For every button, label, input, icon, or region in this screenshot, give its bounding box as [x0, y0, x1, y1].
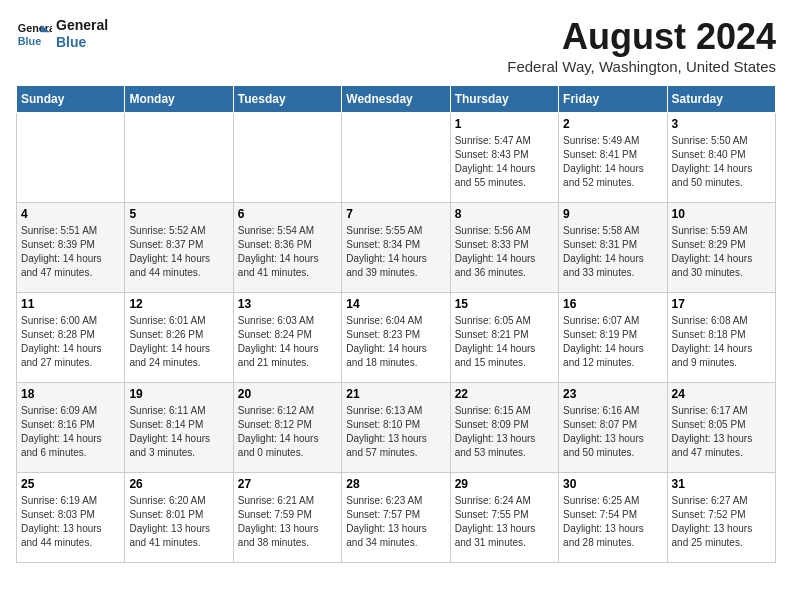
calendar-title: August 2024	[507, 16, 776, 58]
day-info: Sunrise: 6:11 AM Sunset: 8:14 PM Dayligh…	[129, 404, 228, 460]
calendar-cell: 23Sunrise: 6:16 AM Sunset: 8:07 PM Dayli…	[559, 383, 667, 473]
day-info: Sunrise: 5:58 AM Sunset: 8:31 PM Dayligh…	[563, 224, 662, 280]
calendar-cell: 22Sunrise: 6:15 AM Sunset: 8:09 PM Dayli…	[450, 383, 558, 473]
day-info: Sunrise: 6:25 AM Sunset: 7:54 PM Dayligh…	[563, 494, 662, 550]
day-number: 27	[238, 477, 337, 491]
day-info: Sunrise: 6:21 AM Sunset: 7:59 PM Dayligh…	[238, 494, 337, 550]
day-number: 6	[238, 207, 337, 221]
calendar-cell: 26Sunrise: 6:20 AM Sunset: 8:01 PM Dayli…	[125, 473, 233, 563]
logo-text-line2: Blue	[56, 34, 108, 51]
day-number: 31	[672, 477, 771, 491]
day-number: 3	[672, 117, 771, 131]
weekday-row: SundayMondayTuesdayWednesdayThursdayFrid…	[17, 86, 776, 113]
calendar-cell	[233, 113, 341, 203]
calendar-week-row: 11Sunrise: 6:00 AM Sunset: 8:28 PM Dayli…	[17, 293, 776, 383]
weekday-header: Wednesday	[342, 86, 450, 113]
calendar-cell: 16Sunrise: 6:07 AM Sunset: 8:19 PM Dayli…	[559, 293, 667, 383]
day-number: 24	[672, 387, 771, 401]
day-number: 29	[455, 477, 554, 491]
day-info: Sunrise: 6:01 AM Sunset: 8:26 PM Dayligh…	[129, 314, 228, 370]
day-number: 26	[129, 477, 228, 491]
calendar-week-row: 25Sunrise: 6:19 AM Sunset: 8:03 PM Dayli…	[17, 473, 776, 563]
day-info: Sunrise: 6:09 AM Sunset: 8:16 PM Dayligh…	[21, 404, 120, 460]
day-info: Sunrise: 6:20 AM Sunset: 8:01 PM Dayligh…	[129, 494, 228, 550]
day-info: Sunrise: 6:07 AM Sunset: 8:19 PM Dayligh…	[563, 314, 662, 370]
day-info: Sunrise: 5:55 AM Sunset: 8:34 PM Dayligh…	[346, 224, 445, 280]
day-number: 4	[21, 207, 120, 221]
calendar-cell: 4Sunrise: 5:51 AM Sunset: 8:39 PM Daylig…	[17, 203, 125, 293]
calendar-cell: 29Sunrise: 6:24 AM Sunset: 7:55 PM Dayli…	[450, 473, 558, 563]
day-info: Sunrise: 6:16 AM Sunset: 8:07 PM Dayligh…	[563, 404, 662, 460]
day-info: Sunrise: 5:49 AM Sunset: 8:41 PM Dayligh…	[563, 134, 662, 190]
calendar-cell: 5Sunrise: 5:52 AM Sunset: 8:37 PM Daylig…	[125, 203, 233, 293]
day-info: Sunrise: 5:51 AM Sunset: 8:39 PM Dayligh…	[21, 224, 120, 280]
day-number: 18	[21, 387, 120, 401]
calendar-cell	[342, 113, 450, 203]
calendar-week-row: 1Sunrise: 5:47 AM Sunset: 8:43 PM Daylig…	[17, 113, 776, 203]
weekday-header: Tuesday	[233, 86, 341, 113]
calendar-cell: 11Sunrise: 6:00 AM Sunset: 8:28 PM Dayli…	[17, 293, 125, 383]
weekday-header: Friday	[559, 86, 667, 113]
calendar-cell: 9Sunrise: 5:58 AM Sunset: 8:31 PM Daylig…	[559, 203, 667, 293]
calendar-cell: 6Sunrise: 5:54 AM Sunset: 8:36 PM Daylig…	[233, 203, 341, 293]
day-info: Sunrise: 5:47 AM Sunset: 8:43 PM Dayligh…	[455, 134, 554, 190]
calendar-cell: 15Sunrise: 6:05 AM Sunset: 8:21 PM Dayli…	[450, 293, 558, 383]
calendar-week-row: 4Sunrise: 5:51 AM Sunset: 8:39 PM Daylig…	[17, 203, 776, 293]
calendar-cell: 25Sunrise: 6:19 AM Sunset: 8:03 PM Dayli…	[17, 473, 125, 563]
weekday-header: Sunday	[17, 86, 125, 113]
calendar-cell: 21Sunrise: 6:13 AM Sunset: 8:10 PM Dayli…	[342, 383, 450, 473]
calendar-cell: 10Sunrise: 5:59 AM Sunset: 8:29 PM Dayli…	[667, 203, 775, 293]
calendar-cell: 19Sunrise: 6:11 AM Sunset: 8:14 PM Dayli…	[125, 383, 233, 473]
calendar-cell: 14Sunrise: 6:04 AM Sunset: 8:23 PM Dayli…	[342, 293, 450, 383]
calendar-subtitle: Federal Way, Washington, United States	[507, 58, 776, 75]
weekday-header: Thursday	[450, 86, 558, 113]
day-info: Sunrise: 6:03 AM Sunset: 8:24 PM Dayligh…	[238, 314, 337, 370]
day-info: Sunrise: 6:17 AM Sunset: 8:05 PM Dayligh…	[672, 404, 771, 460]
day-info: Sunrise: 6:05 AM Sunset: 8:21 PM Dayligh…	[455, 314, 554, 370]
logo-text-line1: General	[56, 17, 108, 34]
day-number: 28	[346, 477, 445, 491]
calendar-cell: 12Sunrise: 6:01 AM Sunset: 8:26 PM Dayli…	[125, 293, 233, 383]
day-number: 13	[238, 297, 337, 311]
day-number: 5	[129, 207, 228, 221]
calendar-cell: 8Sunrise: 5:56 AM Sunset: 8:33 PM Daylig…	[450, 203, 558, 293]
day-number: 1	[455, 117, 554, 131]
day-number: 10	[672, 207, 771, 221]
day-number: 23	[563, 387, 662, 401]
calendar-cell: 30Sunrise: 6:25 AM Sunset: 7:54 PM Dayli…	[559, 473, 667, 563]
weekday-header: Saturday	[667, 86, 775, 113]
day-info: Sunrise: 5:50 AM Sunset: 8:40 PM Dayligh…	[672, 134, 771, 190]
day-number: 16	[563, 297, 662, 311]
calendar-table: SundayMondayTuesdayWednesdayThursdayFrid…	[16, 85, 776, 563]
day-info: Sunrise: 6:15 AM Sunset: 8:09 PM Dayligh…	[455, 404, 554, 460]
logo: General Blue General Blue	[16, 16, 108, 52]
page-header: General Blue General Blue August 2024 Fe…	[16, 16, 776, 75]
day-number: 7	[346, 207, 445, 221]
day-info: Sunrise: 5:54 AM Sunset: 8:36 PM Dayligh…	[238, 224, 337, 280]
calendar-cell: 18Sunrise: 6:09 AM Sunset: 8:16 PM Dayli…	[17, 383, 125, 473]
calendar-cell: 1Sunrise: 5:47 AM Sunset: 8:43 PM Daylig…	[450, 113, 558, 203]
calendar-cell: 7Sunrise: 5:55 AM Sunset: 8:34 PM Daylig…	[342, 203, 450, 293]
calendar-cell: 20Sunrise: 6:12 AM Sunset: 8:12 PM Dayli…	[233, 383, 341, 473]
day-number: 8	[455, 207, 554, 221]
calendar-header: SundayMondayTuesdayWednesdayThursdayFrid…	[17, 86, 776, 113]
title-section: August 2024 Federal Way, Washington, Uni…	[507, 16, 776, 75]
svg-text:Blue: Blue	[18, 35, 41, 47]
day-info: Sunrise: 5:59 AM Sunset: 8:29 PM Dayligh…	[672, 224, 771, 280]
calendar-cell: 13Sunrise: 6:03 AM Sunset: 8:24 PM Dayli…	[233, 293, 341, 383]
day-number: 12	[129, 297, 228, 311]
calendar-cell	[125, 113, 233, 203]
day-info: Sunrise: 5:56 AM Sunset: 8:33 PM Dayligh…	[455, 224, 554, 280]
calendar-cell	[17, 113, 125, 203]
calendar-cell: 3Sunrise: 5:50 AM Sunset: 8:40 PM Daylig…	[667, 113, 775, 203]
calendar-week-row: 18Sunrise: 6:09 AM Sunset: 8:16 PM Dayli…	[17, 383, 776, 473]
day-number: 2	[563, 117, 662, 131]
day-number: 9	[563, 207, 662, 221]
calendar-cell: 31Sunrise: 6:27 AM Sunset: 7:52 PM Dayli…	[667, 473, 775, 563]
day-info: Sunrise: 6:08 AM Sunset: 8:18 PM Dayligh…	[672, 314, 771, 370]
day-number: 20	[238, 387, 337, 401]
day-info: Sunrise: 5:52 AM Sunset: 8:37 PM Dayligh…	[129, 224, 228, 280]
day-number: 22	[455, 387, 554, 401]
weekday-header: Monday	[125, 86, 233, 113]
day-info: Sunrise: 6:04 AM Sunset: 8:23 PM Dayligh…	[346, 314, 445, 370]
